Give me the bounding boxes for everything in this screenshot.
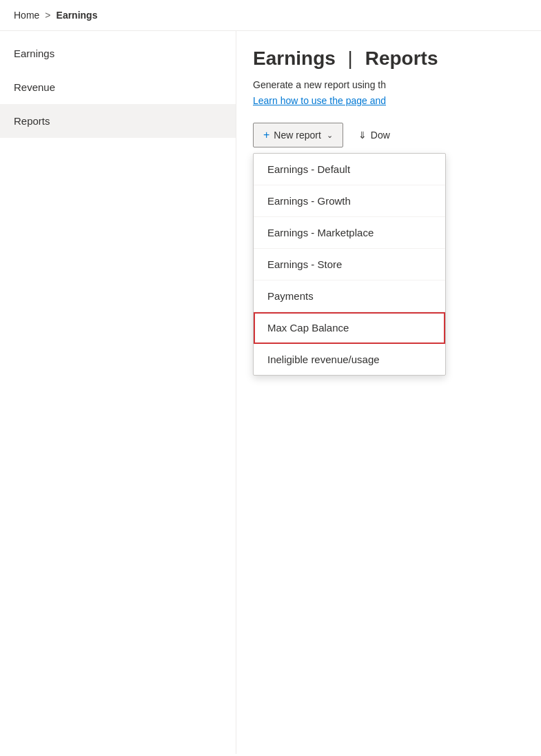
dropdown-item-earnings-store[interactable]: Earnings - Store (254, 249, 445, 280)
download-button[interactable]: ⇓ Dow (349, 124, 400, 146)
page-title: Earnings | Reports (253, 48, 524, 70)
dropdown-item-earnings-marketplace[interactable]: Earnings - Marketplace (254, 217, 445, 249)
sidebar-item-revenue-label: Revenue (14, 81, 55, 93)
plus-icon: + (263, 129, 269, 141)
sidebar-item-earnings-label: Earnings (14, 48, 54, 59)
sidebar-item-revenue[interactable]: Revenue (0, 70, 236, 104)
dropdown-item-max-cap-balance[interactable]: Max Cap Balance (254, 312, 445, 344)
breadcrumb-home[interactable]: Home (14, 10, 39, 21)
toolbar: + New report ⌄ ⇓ Dow Earnings - Default … (253, 123, 524, 147)
dropdown-item-earnings-growth[interactable]: Earnings - Growth (254, 185, 445, 217)
page-title-separator: | (348, 48, 353, 69)
main-content: Earnings | Reports Generate a new report… (236, 31, 541, 754)
dropdown-item-ineligible-revenue[interactable]: Ineligible revenue/usage (254, 344, 445, 375)
breadcrumb-current: Earnings (57, 10, 98, 21)
download-label: Dow (371, 130, 390, 141)
sidebar-item-reports[interactable]: Reports (0, 104, 236, 138)
new-report-button[interactable]: + New report ⌄ (253, 123, 343, 147)
learn-link[interactable]: Learn how to use the page and (253, 95, 524, 106)
breadcrumb: Home > Earnings (0, 0, 541, 31)
page-title-part2: Reports (365, 48, 438, 69)
dropdown-item-payments[interactable]: Payments (254, 280, 445, 312)
page-title-part1: Earnings (253, 48, 336, 69)
new-report-dropdown: Earnings - Default Earnings - Growth Ear… (253, 153, 446, 376)
sidebar-item-reports-label: Reports (14, 115, 50, 127)
sidebar-item-earnings[interactable]: Earnings (0, 37, 236, 70)
dropdown-item-earnings-default[interactable]: Earnings - Default (254, 154, 445, 185)
breadcrumb-separator: > (45, 10, 50, 21)
sidebar: Earnings Revenue Reports (0, 31, 236, 754)
chevron-down-icon: ⌄ (327, 131, 333, 140)
page-description: Generate a new report using th (253, 78, 524, 92)
download-icon: ⇓ (358, 130, 367, 141)
new-report-label: New report (274, 130, 320, 141)
